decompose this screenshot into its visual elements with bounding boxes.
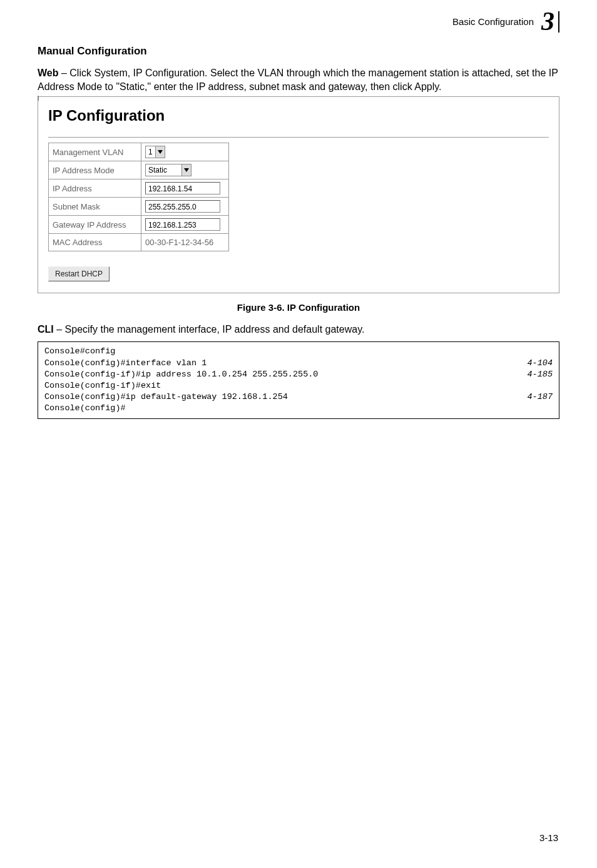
management-vlan-value: 1 — [146, 148, 155, 156]
ip-configuration-panel: IP Configuration Management VLAN 1 IP Ad… — [38, 96, 559, 293]
web-label: Web — [38, 68, 58, 78]
label-mac-address: MAC Address — [49, 234, 141, 251]
cli-text: – Specify the management interface, IP a… — [54, 324, 365, 335]
page-number: 3-13 — [539, 832, 558, 843]
code-ref-5: 4-187 — [527, 391, 553, 403]
label-ip-address-mode: IP Address Mode — [49, 161, 141, 179]
code-line-1: Console#config — [44, 346, 553, 357]
config-table: Management VLAN 1 IP Address Mode Static — [48, 143, 229, 251]
intro-text: – Click System, IP Configuration. Select… — [38, 68, 558, 92]
row-gateway-ip: Gateway IP Address 192.168.1.253 — [49, 216, 229, 234]
code-ref-2: 4-104 — [527, 358, 553, 369]
cell-management-vlan: 1 — [141, 143, 229, 161]
intro-paragraph: Web – Click System, IP Configuration. Se… — [38, 66, 559, 94]
svg-marker-1 — [184, 168, 189, 172]
cli-label: CLI — [38, 324, 54, 335]
gateway-ip-input[interactable]: 192.168.1.253 — [145, 218, 220, 231]
cell-subnet-mask: 255.255.255.0 — [141, 198, 229, 216]
subnet-mask-input[interactable]: 255.255.255.0 — [145, 200, 220, 213]
mac-address-value: 00-30-F1-12-34-56 — [141, 234, 229, 251]
figure-caption: Figure 3-6. IP Configuration — [38, 302, 559, 313]
dropdown-arrow-icon — [155, 146, 165, 158]
code-ref-3: 4-185 — [527, 369, 553, 380]
cli-intro: CLI – Specify the management interface, … — [38, 324, 559, 335]
code-line-2: Console(config)#interface vlan 14-104 — [44, 358, 553, 369]
page-header: Basic Configuration 3 — [38, 11, 559, 33]
cell-ip-address-mode: Static — [141, 161, 229, 179]
ip-address-mode-select[interactable]: Static — [145, 164, 191, 176]
panel-title: IP Configuration — [48, 107, 549, 124]
cell-ip-address: 192.168.1.54 — [141, 179, 229, 198]
code-line-6: Console(config)# — [44, 403, 553, 414]
row-ip-address-mode: IP Address Mode Static — [49, 161, 229, 179]
restart-dhcp-button[interactable]: Restart DHCP — [48, 266, 110, 281]
panel-divider — [48, 137, 549, 138]
header-section-title: Basic Configuration — [452, 16, 534, 27]
code-line-5: Console(config)#ip default-gateway 192.1… — [44, 391, 553, 403]
ip-address-mode-value: Static — [146, 166, 170, 174]
label-gateway-ip: Gateway IP Address — [49, 216, 141, 234]
ip-address-input[interactable]: 192.168.1.54 — [145, 182, 220, 194]
cell-gateway-ip: 192.168.1.253 — [141, 216, 229, 234]
code-line-4: Console(config-if)#exit — [44, 380, 553, 391]
svg-marker-0 — [158, 150, 163, 154]
section-heading: Manual Configuration — [38, 45, 559, 58]
row-mac-address: MAC Address 00-30-F1-12-34-56 — [49, 234, 229, 251]
code-line-3: Console(config-if)#ip address 10.1.0.254… — [44, 369, 553, 380]
chapter-number-badge: 3 — [541, 11, 559, 33]
row-subnet-mask: Subnet Mask 255.255.255.0 — [49, 198, 229, 216]
row-ip-address: IP Address 192.168.1.54 — [49, 179, 229, 198]
dropdown-arrow-icon — [181, 164, 191, 176]
label-management-vlan: Management VLAN — [49, 143, 141, 161]
management-vlan-select[interactable]: 1 — [145, 146, 165, 158]
row-management-vlan: Management VLAN 1 — [49, 143, 229, 161]
panel-tick-mark — [38, 96, 39, 101]
cli-code-block: Console#config Console(config)#interface… — [38, 341, 559, 418]
label-subnet-mask: Subnet Mask — [49, 198, 141, 216]
label-ip-address: IP Address — [49, 179, 141, 198]
